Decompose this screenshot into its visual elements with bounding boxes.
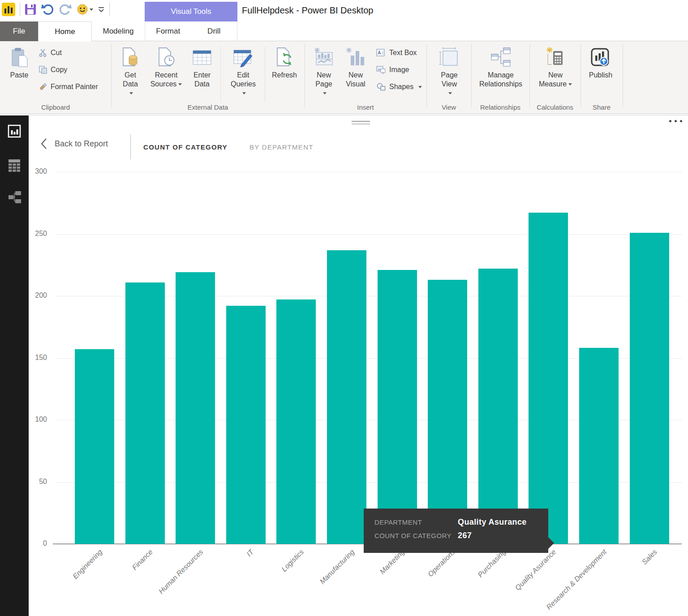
tooltip-label: DEPARTMENT (374, 518, 458, 527)
chart-bar[interactable] (478, 269, 518, 544)
y-axis-tick-label: 200 (18, 291, 47, 299)
chart-bar[interactable] (75, 349, 114, 544)
x-axis-label: IT (245, 548, 255, 558)
chart-bar[interactable] (176, 272, 215, 544)
x-axis-label: Manufacturing (318, 548, 356, 586)
gridline (56, 234, 682, 235)
chart-bar[interactable] (125, 282, 165, 544)
chart-bar[interactable] (378, 270, 417, 544)
y-axis-tick-label: 50 (18, 478, 47, 486)
chart-tooltip: DEPARTMENT Quality Asurance COUNT OF CAT… (364, 509, 548, 553)
x-axis-label: Finance (130, 548, 154, 572)
tooltip-value: 267 (458, 531, 472, 540)
tooltip-label: COUNT OF CATEGORY (374, 532, 458, 540)
y-axis-tick-label: 100 (18, 415, 47, 424)
y-axis-tick-label: 150 (18, 354, 47, 362)
x-axis-label: Logistics (280, 548, 305, 573)
y-axis-tick-label: 300 (18, 167, 47, 175)
chart-bar[interactable] (630, 233, 669, 544)
tooltip-row: DEPARTMENT Quality Asurance (374, 518, 527, 527)
tooltip-row: COUNT OF CATEGORY 267 (374, 532, 472, 540)
x-axis-label: Engineering (71, 548, 104, 581)
chart-bar[interactable] (579, 348, 619, 544)
tooltip-value: Quality Asurance (458, 518, 527, 527)
tab-home[interactable]: Home (38, 21, 92, 42)
x-axis-label: Quality Asurance (514, 548, 558, 592)
chart-bar[interactable] (428, 280, 467, 544)
chart-bar[interactable] (276, 299, 316, 544)
x-axis-label: Sales (640, 548, 658, 566)
chart-bar[interactable] (226, 306, 266, 544)
chart-bar[interactable] (327, 250, 366, 544)
y-axis-tick-label: 250 (18, 230, 47, 238)
gridline (56, 172, 682, 172)
chart-bar[interactable] (529, 213, 568, 544)
bar-chart: 050100150200250300EngineeringFinanceHuma… (0, 0, 688, 616)
x-axis-label: Research & Development (545, 548, 608, 612)
power-bi-window: Visual Tools FullHelpdesk - Power BI Des… (0, 0, 688, 616)
x-axis-label: Human Resources (157, 548, 205, 595)
y-axis-tick-label: 0 (18, 539, 47, 548)
